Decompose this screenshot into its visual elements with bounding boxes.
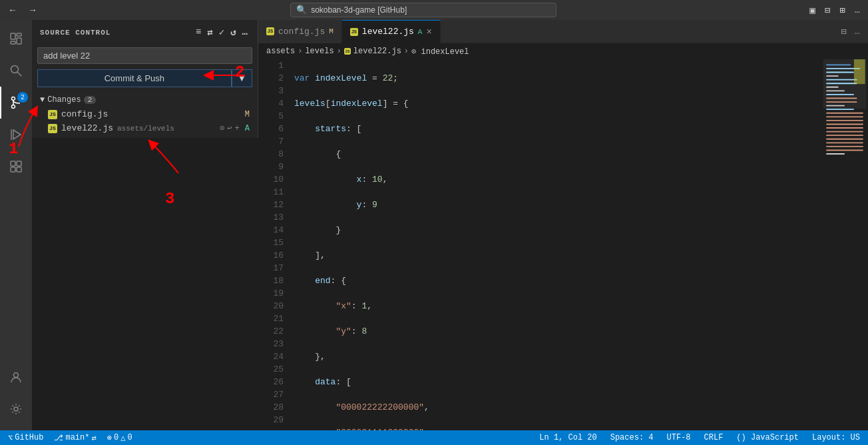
file-add-icon[interactable]: + <box>235 124 240 133</box>
nav-forward-button[interactable]: → <box>25 3 40 17</box>
code-content[interactable]: var indexLevel = 22; levels[indexLevel] … <box>292 59 821 430</box>
file-item-left: JS config.js <box>48 109 108 119</box>
file-undo-icon[interactable]: ↩ <box>227 123 232 133</box>
status-eol[interactable]: CRLF <box>702 433 726 442</box>
github-icon: ⌥ <box>8 433 13 443</box>
svg-rect-43 <box>826 153 845 155</box>
sidebar-title: SOURCE CONTROL <box>40 29 110 37</box>
github-label: GitHub <box>15 433 43 442</box>
branch-name: main* <box>65 433 89 442</box>
breadcrumb-level22[interactable]: level22.js <box>353 47 401 56</box>
tab-level22[interactable]: JS level22.js A × <box>342 20 441 43</box>
nav-back-button[interactable]: ← <box>5 3 20 17</box>
sidebar-more-icon[interactable]: … <box>241 25 250 39</box>
svg-rect-3 <box>11 41 15 44</box>
svg-rect-40 <box>826 142 863 143</box>
svg-line-5 <box>17 72 21 76</box>
tab-more-icon[interactable]: … <box>852 25 863 38</box>
activity-extensions[interactable] <box>0 151 32 183</box>
minimap <box>821 59 868 430</box>
svg-rect-22 <box>826 75 839 77</box>
status-branch[interactable]: ⎇ main* ⇄ <box>51 433 99 443</box>
breadcrumb-assets[interactable]: assets <box>266 47 295 56</box>
tab-actions: ⊟ … <box>838 25 868 39</box>
search-input[interactable] <box>311 5 550 15</box>
file-item-left: JS level22.js assets/levels <box>48 123 174 133</box>
commit-message-input[interactable] <box>37 47 252 64</box>
file-item-config[interactable]: JS config.js M <box>32 107 258 121</box>
code-editor[interactable]: 12345 678910 1112131415 1617181920 21222… <box>258 59 868 430</box>
activity-search[interactable] <box>0 55 32 87</box>
changes-chevron-icon: ▼ <box>40 95 45 105</box>
more-icon[interactable]: … <box>852 3 863 17</box>
tab-close-button[interactable]: × <box>426 27 431 37</box>
svg-rect-26 <box>826 90 845 91</box>
file-item-right: M <box>242 110 250 119</box>
status-github[interactable]: ⌥ GitHub <box>5 433 46 443</box>
changes-section: ▼ Changes 2 JS config.js M <box>32 90 258 138</box>
activity-bar: 2 <box>0 20 32 430</box>
status-spaces[interactable]: Spaces: 4 <box>608 433 656 442</box>
sidebar-menu-icon[interactable]: ≡ <box>194 25 203 39</box>
breadcrumb-sep1: › <box>298 47 302 56</box>
svg-rect-31 <box>826 109 854 110</box>
title-bar-actions: ▣ ⊟ ⊞ … <box>807 3 863 17</box>
status-language[interactable]: () JavaScript <box>734 433 801 442</box>
sidebar: SOURCE CONTROL ≡ ⇄ ✓ ↺ … Commit & Push ▼ <box>32 20 258 138</box>
activity-run[interactable] <box>0 119 32 151</box>
status-errors[interactable]: ⊗ 0 △ 0 <box>105 433 135 443</box>
tab-label-level22: level22.js <box>362 27 414 37</box>
svg-rect-25 <box>826 87 839 88</box>
svg-rect-41 <box>826 146 863 147</box>
svg-rect-35 <box>826 124 863 125</box>
breadcrumb-indexLevel[interactable]: ⊙ indexLevel <box>411 47 469 57</box>
commit-btn-row: Commit & Push ▼ <box>32 67 258 90</box>
sidebar-check-icon[interactable]: ✓ <box>218 25 226 39</box>
status-layout[interactable]: Layout: US <box>809 433 863 442</box>
breadcrumb-file-icon: JS <box>344 48 351 55</box>
line-numbers: 12345 678910 1112131415 1617181920 21222… <box>258 59 292 430</box>
main-layout: 2 SOURCE CONTROL ≡ ⇄ ✓ <box>0 20 868 430</box>
status-encoding[interactable]: UTF-8 <box>664 433 694 442</box>
sidebar-header: SOURCE CONTROL ≡ ⇄ ✓ ↺ … <box>32 20 258 45</box>
layout-toggle-icon[interactable]: ▣ <box>807 3 817 17</box>
warning-icon: △ <box>120 433 125 443</box>
commit-dropdown-button[interactable]: ▼ <box>232 69 252 87</box>
layout-grid-icon[interactable]: ⊞ <box>837 3 847 17</box>
commit-push-button[interactable]: Commit & Push <box>37 69 232 87</box>
svg-rect-37 <box>826 131 863 133</box>
svg-rect-30 <box>826 105 845 107</box>
sidebar-branch-icon[interactable]: ⇄ <box>206 25 214 39</box>
title-bar-nav: ← → <box>5 3 40 17</box>
sidebar-refresh-icon[interactable]: ↺ <box>229 25 238 39</box>
encoding-label: UTF-8 <box>667 433 691 442</box>
svg-rect-32 <box>826 113 863 114</box>
annotation-3: 3 <box>165 190 174 208</box>
activity-source-control[interactable]: 2 <box>0 87 32 119</box>
file-status2: A <box>245 124 250 133</box>
status-right: Ln 1, Col 20 Spaces: 4 UTF-8 CRLF () Jav… <box>537 433 863 442</box>
activity-settings[interactable] <box>0 393 32 425</box>
svg-rect-34 <box>826 120 863 121</box>
changes-header[interactable]: ▼ Changes 2 <box>32 93 258 107</box>
status-cursor[interactable]: Ln 1, Col 20 <box>537 433 599 442</box>
file-item-level22[interactable]: JS level22.js assets/levels ⊙ ↩ + A <box>32 121 258 135</box>
file-name: config.js <box>61 109 108 119</box>
svg-marker-9 <box>13 130 21 139</box>
activity-account[interactable] <box>0 361 32 393</box>
tab-config[interactable]: JS config.js M <box>258 20 342 43</box>
layout-split-icon[interactable]: ⊟ <box>822 3 833 17</box>
svg-point-16 <box>14 407 18 411</box>
editor-area: JS config.js M JS level22.js A × ⊟ … ass… <box>258 20 868 430</box>
file-revert-icon[interactable]: ⊙ <box>220 123 224 133</box>
error-count: 0 <box>114 433 118 442</box>
title-bar-search[interactable]: 🔍 <box>290 3 556 17</box>
svg-rect-21 <box>826 72 854 73</box>
tab-split-icon[interactable]: ⊟ <box>838 25 849 39</box>
tab-icon-config: JS <box>266 27 274 35</box>
branch-icon: ⎇ <box>54 433 63 443</box>
minimap-svg <box>821 59 868 430</box>
tab-bar: JS config.js M JS level22.js A × ⊟ … <box>258 20 868 43</box>
activity-explorer[interactable] <box>0 23 32 55</box>
breadcrumb-levels[interactable]: levels <box>305 47 333 56</box>
